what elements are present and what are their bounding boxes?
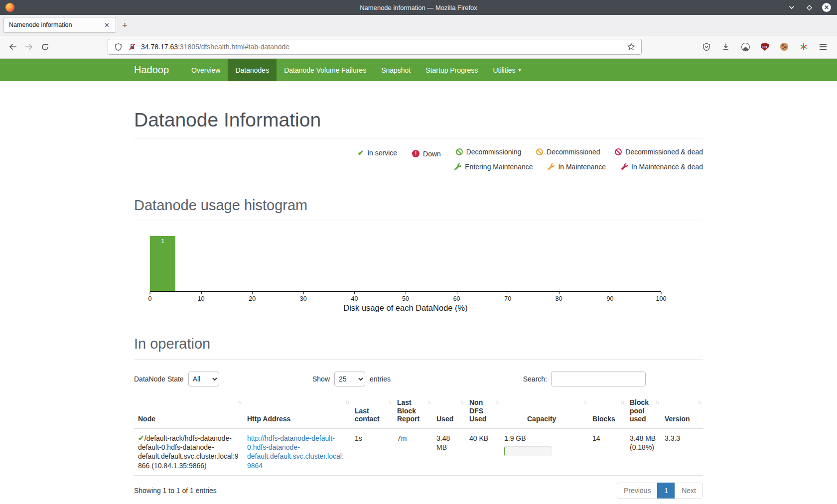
cell-node: ✔/default-rack/hdfs-datanode-default-0.h… [134,428,243,476]
pagination-previous-button[interactable]: Previous [617,483,658,499]
histogram-bar: 1 [150,236,175,291]
table-row: ✔/default-rack/hdfs-datanode-default-0.h… [134,428,703,476]
ublock-extension-icon[interactable]: uO [760,42,770,52]
hadoop-navbar: Hadoop Overview Datanodes Datanode Volum… [0,59,837,81]
divider [134,138,703,138]
datanode-state-select[interactable]: All [188,372,219,386]
bookmark-star-icon[interactable] [626,42,636,52]
nav-item-datanode-volume-failures[interactable]: Datanode Volume Failures [277,59,374,81]
sort-icon: ↑↓ [388,399,391,405]
wrench-icon [454,163,461,170]
multicolor-asterisk-extension-icon[interactable] [799,42,809,52]
column-header-last-block-report[interactable]: ↑↓Last Block Report [393,396,432,428]
window-minimize-button[interactable] [787,3,796,12]
table-controls: DataNode State All Show 25 entries Searc… [134,372,703,387]
legend-item-decommissioning: Decommissioning [456,144,521,159]
legend-label: Down [423,146,441,161]
x-tick: 70 [504,292,511,302]
column-header-blocks[interactable]: ↑↓Blocks [588,396,626,428]
url-bar[interactable]: 34.78.17.63:31805/dfshealth.html#tab-dat… [108,39,642,55]
tab-close-icon[interactable]: ✕ [103,21,111,29]
column-header-node[interactable]: ↑↓Node [134,396,243,428]
legend-item-entering-maintenance: Entering Maintenance [454,159,533,174]
nav-item-snapshot[interactable]: Snapshot [374,59,418,81]
section-title-histogram: Datanode usage histogram [134,197,703,214]
forward-button[interactable] [21,39,37,55]
download-icon[interactable] [721,42,731,52]
sort-icon: ↑↓ [345,399,349,405]
legend-item-decommissioned: Decommissioned [536,144,600,159]
datanode-state-label: DataNode State [134,375,184,383]
url-text: 34.78.17.63:31805/dfshealth.html#tab-dat… [141,43,622,51]
pagination-next-button[interactable]: Next [675,483,703,499]
x-axis-label: Disk usage of each DataNode (%) [150,303,661,313]
histogram-bar-value: 1 [150,236,175,244]
nav-item-datanodes[interactable]: Datanodes [228,59,277,81]
datanode-table: ↑↓Node ↑↓Http Address ↑↓Last contact ↑↓L… [134,396,703,476]
sort-icon: ↑↓ [427,399,430,405]
legend-label: Entering Maintenance [465,159,533,174]
ban-circle-icon [456,148,463,155]
column-header-last-contact[interactable]: ↑↓Last contact [351,396,393,428]
ban-circle-icon [536,148,543,155]
cookie-extension-icon[interactable] [779,42,789,52]
legend-label: Decommissioning [466,144,521,159]
pagination-page-1-button[interactable]: 1 [657,483,675,499]
show-entries-select[interactable]: 25 [334,372,365,386]
search-label: Search: [523,375,547,383]
nav-item-utilities[interactable]: Utilities▾ [485,59,528,81]
column-header-non-dfs-used[interactable]: ↑↓Non DFS Used [465,396,500,428]
sort-icon: ↑↓ [495,399,498,405]
x-tick: 100 [656,292,667,302]
url-host: 34.78.17.63 [141,43,178,51]
column-header-capacity[interactable]: ↑↓Capacity [500,396,588,428]
url-path: :31805/dfshealth.html#tab-datanode [178,43,289,51]
navbar-brand-hadoop[interactable]: Hadoop [134,59,169,81]
column-label: Http Address [247,415,290,423]
nav-item-overview[interactable]: Overview [184,59,228,81]
column-header-block-pool-used[interactable]: ↑↓Block pool used [626,396,661,428]
cell-version: 3.3.3 [661,428,703,476]
browser-tab[interactable]: Namenode information ✕ [3,17,116,33]
window-close-button[interactable]: ✕ [822,3,831,12]
window-title: Namenode information — Mozilla Firefox [0,4,837,11]
search-input[interactable] [551,372,646,386]
tab-title: Namenode information [9,21,103,28]
legend-item-in-maintenance-dead: In Maintenance & dead [621,159,703,174]
column-header-used[interactable]: ↑↓Used [432,396,465,428]
reload-button[interactable] [37,39,53,55]
node-text: /default-rack/hdfs-datanode-default-0.hd… [138,434,239,470]
legend-item-in-service: ✔In service [358,145,398,160]
column-label: Used [436,415,453,423]
legend-label: Decommissioned & dead [625,144,703,159]
divider [134,359,703,360]
brand-label: Hadoop [134,64,169,76]
capacity-value: 1.9 GB [504,434,526,442]
window-titlebar: Namenode information — Mozilla Firefox ✕ [0,0,837,15]
legend-item-in-maintenance: In Maintenance [548,159,606,174]
tracking-shield-icon[interactable] [113,42,123,52]
account-shield-icon[interactable] [701,42,711,52]
insecure-lock-icon[interactable] [127,42,137,52]
window-maximize-button[interactable] [805,3,814,12]
utilities-label: Utilities [493,66,515,74]
legend-label: Decommissioned [547,144,600,159]
column-header-http-address[interactable]: ↑↓Http Address [243,396,351,428]
legend-label: In Maintenance & dead [631,159,703,174]
show-label: Show [312,375,330,383]
back-button[interactable] [5,39,21,55]
column-label: Non DFS Used [469,398,486,423]
x-tick: 30 [300,292,307,302]
nav-item-startup-progress[interactable]: Startup Progress [418,59,485,81]
sort-icon: ↑↓ [698,399,701,405]
x-tick: 80 [556,292,562,302]
column-label: Node [138,415,155,423]
menu-icon[interactable] [818,42,828,52]
http-address-link[interactable]: http://hdfs-datanode-default-0.hdfs-data… [247,434,344,470]
column-header-version[interactable]: ↑↓Version [661,396,703,428]
profile-extension-icon[interactable] [740,42,750,52]
new-tab-button[interactable]: + [122,20,128,30]
x-tick: 20 [249,292,256,302]
cell-block-pool-used: 3.48 MB (0.18%) [626,428,661,476]
chevron-down-icon: ▾ [519,67,521,73]
